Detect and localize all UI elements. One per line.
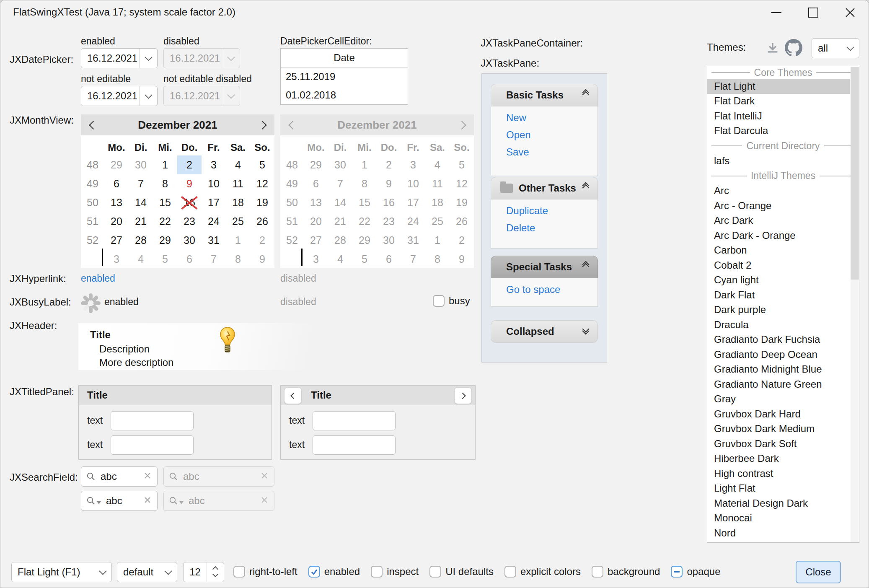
text-input[interactable]: [111, 435, 194, 455]
theme-list-item[interactable]: Arc: [707, 184, 850, 199]
font-size-value[interactable]: 12: [184, 562, 207, 582]
theme-list-item[interactable]: Monocai: [707, 511, 850, 526]
theme-list-item[interactable]: Flat Darcula: [707, 124, 850, 139]
style-combo[interactable]: default: [117, 562, 177, 582]
day-cell[interactable]: 25: [226, 212, 250, 231]
theme-list-item[interactable]: Material Design Dark: [707, 496, 850, 511]
day-cell[interactable]: 8: [226, 250, 250, 269]
theme-list-item[interactable]: Gruvbox Dark Hard: [707, 407, 850, 422]
chevron-double-up-icon[interactable]: [583, 262, 588, 269]
theme-list-item[interactable]: Arc Dark: [707, 213, 850, 228]
chevron-double-down-icon[interactable]: [583, 326, 588, 334]
day-cell[interactable]: 2: [250, 231, 274, 250]
day-cell[interactable]: 8: [153, 174, 177, 193]
search-input-value[interactable]: abc: [101, 471, 144, 482]
day-cell[interactable]: 30: [177, 231, 202, 250]
day-cell[interactable]: 7: [202, 250, 226, 269]
day-cell[interactable]: 4: [129, 250, 153, 269]
day-cell[interactable]: 18: [226, 193, 250, 212]
spinner-buttons[interactable]: [207, 562, 224, 582]
day-cell[interactable]: 5: [250, 155, 274, 174]
theme-list-item[interactable]: Light Flat: [707, 481, 850, 496]
search-field-menu-enabled[interactable]: abc: [81, 491, 158, 511]
day-cell[interactable]: 30: [129, 155, 153, 174]
day-cell[interactable]: 15: [153, 193, 177, 212]
day-cell[interactable]: 4: [226, 155, 250, 174]
day-cell[interactable]: 27: [104, 231, 129, 250]
checkbox-inspect[interactable]: [371, 566, 383, 578]
search-icon[interactable]: [86, 472, 96, 481]
chevron-down-icon[interactable]: [139, 49, 157, 68]
clear-icon[interactable]: [144, 496, 151, 505]
theme-list-item[interactable]: lafs: [707, 153, 850, 168]
taskpane-action-link[interactable]: Save: [506, 141, 597, 158]
panel-next-button[interactable]: [454, 387, 472, 404]
chevron-double-up-icon[interactable]: [583, 183, 588, 190]
laf-combo[interactable]: Flat Light (F1): [11, 562, 112, 582]
day-cell[interactable]: 11: [226, 174, 250, 193]
taskpane-action-link[interactable]: Go to space: [506, 278, 597, 295]
theme-list-item[interactable]: Hiberbee Dark: [707, 451, 850, 466]
theme-list-item[interactable]: Gray: [707, 392, 850, 407]
date-table[interactable]: Date 25.11.2019 01.02.2018: [280, 48, 408, 105]
day-cell[interactable]: 5: [153, 250, 177, 269]
day-cell[interactable]: 9: [177, 174, 202, 193]
hyperlink-enabled[interactable]: enabled: [81, 273, 115, 284]
day-cell[interactable]: 29: [153, 231, 177, 250]
table-row[interactable]: 25.11.2019: [281, 67, 408, 86]
day-cell[interactable]: 24: [202, 212, 226, 231]
minimize-button[interactable]: [758, 0, 795, 25]
themes-filter-combo[interactable]: all: [812, 38, 859, 58]
day-cell[interactable]: 6: [104, 174, 129, 193]
day-cell[interactable]: 17: [202, 193, 226, 212]
datepicker-enabled-value[interactable]: 16.12.2021: [81, 49, 139, 68]
theme-list-item[interactable]: Cobalt 2: [707, 258, 850, 273]
day-cell[interactable]: 14: [129, 193, 153, 212]
theme-list-item[interactable]: Gradianto Midnight Blue: [707, 362, 850, 377]
day-cell[interactable]: 9: [250, 250, 274, 269]
day-cell[interactable]: 22: [153, 212, 177, 231]
theme-list-item[interactable]: Flat IntelliJ: [707, 109, 850, 124]
day-cell[interactable]: 23: [177, 212, 202, 231]
theme-list-item[interactable]: Gruvbox Dark Soft: [707, 436, 850, 451]
themes-list[interactable]: Core ThemesFlat LightFlat DarkFlat Intel…: [707, 66, 859, 543]
close-window-button[interactable]: [832, 0, 869, 25]
laf-combo-value[interactable]: Flat Light (F1): [12, 562, 94, 582]
taskpane-action-link[interactable]: Duplicate: [506, 199, 597, 217]
theme-list-item[interactable]: Gradianto Dark Fuchsia: [707, 332, 850, 347]
checkbox-item-UI-defaults[interactable]: UI defaults: [429, 566, 494, 578]
day-cell[interactable]: 3: [104, 250, 129, 269]
date-table-header[interactable]: Date: [281, 49, 408, 67]
day-cell[interactable]: 20: [104, 212, 129, 231]
taskpane-action-link[interactable]: Open: [506, 124, 597, 141]
checkbox-item-right-to-left[interactable]: right-to-left: [233, 566, 297, 578]
chevron-down-icon[interactable]: [94, 562, 111, 582]
close-button[interactable]: Close: [796, 561, 841, 583]
day-cell[interactable]: 28: [129, 231, 153, 250]
download-icon[interactable]: [766, 41, 780, 55]
panel-prev-button[interactable]: [284, 387, 302, 404]
theme-list-item[interactable]: Arc - Orange: [707, 198, 850, 213]
theme-list-item[interactable]: Dark purple: [707, 303, 850, 318]
checkbox-opaque[interactable]: [671, 566, 683, 578]
checkbox-item-enabled[interactable]: enabled: [308, 566, 360, 578]
theme-list-item[interactable]: Gruvbox Dark Medium: [707, 422, 850, 437]
taskpane-action-link[interactable]: New: [506, 106, 597, 124]
search-field-enabled[interactable]: abc: [81, 466, 158, 487]
text-input[interactable]: [111, 411, 194, 430]
theme-list-item[interactable]: Dark Flat: [707, 288, 850, 303]
busy-checkbox-item[interactable]: busy: [433, 295, 470, 307]
day-cell[interactable]: 3: [202, 155, 226, 174]
text-input[interactable]: [313, 435, 396, 455]
scrollbar[interactable]: [851, 67, 859, 542]
chevron-down-icon[interactable]: [139, 86, 157, 106]
prev-month-button[interactable]: [81, 122, 104, 128]
theme-list-item[interactable]: Gradianto Nature Green: [707, 377, 850, 392]
checkbox-background[interactable]: [592, 566, 603, 578]
checkbox-item-inspect[interactable]: inspect: [371, 566, 419, 578]
day-cell[interactable]: 21: [129, 212, 153, 231]
theme-list-item[interactable]: Dracula: [707, 317, 850, 332]
taskpane-header[interactable]: Collapsed: [491, 320, 598, 343]
taskpane-header[interactable]: Other Tasks: [491, 177, 598, 199]
checkbox-item-background[interactable]: background: [592, 566, 660, 578]
